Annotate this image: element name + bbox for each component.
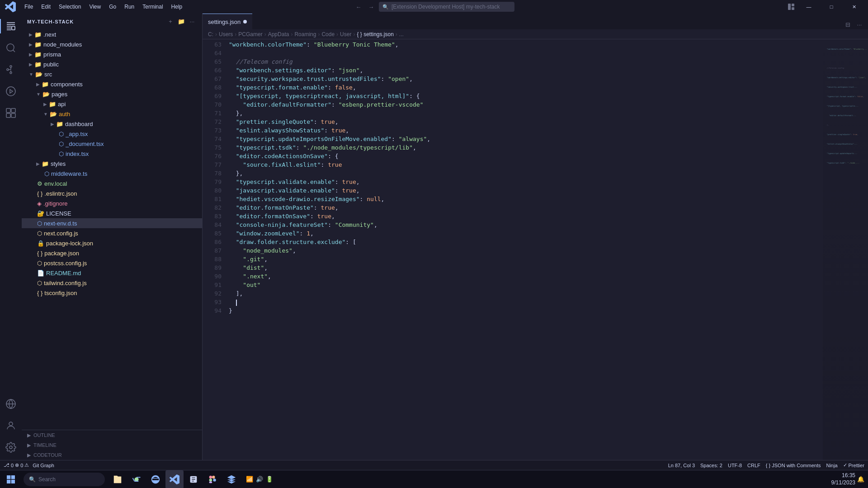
activity-account[interactable]	[0, 415, 22, 436]
breadcrumb-code[interactable]: Code	[321, 31, 335, 38]
new-file-button[interactable]: +	[166, 17, 175, 26]
taskbar-figma[interactable]	[203, 470, 222, 488]
more-tab-actions-button[interactable]: ···	[854, 19, 864, 29]
breadcrumb-pcgamer[interactable]: PCGamer	[238, 31, 262, 38]
command-search[interactable]: 🔍 [Extension Development Host] my-tech-s…	[379, 2, 514, 12]
tree-item-tsconfig[interactable]: { } tsconfig.json	[22, 288, 202, 298]
taskbar-extra[interactable]	[222, 470, 241, 488]
battery-icon[interactable]: 🔋	[266, 476, 273, 483]
breadcrumb-user[interactable]: User	[340, 31, 351, 38]
activity-debug[interactable]	[0, 80, 22, 102]
breadcrumb-users[interactable]: Users	[219, 31, 233, 38]
windows-start-button[interactable]	[0, 470, 22, 488]
menu-run[interactable]: Run	[121, 3, 138, 11]
svg-rect-2	[792, 7, 794, 10]
taskbar-vscode[interactable]	[165, 470, 184, 488]
folder-open-icon: 📂	[42, 91, 50, 98]
outline-label: OUTLINE	[33, 432, 55, 438]
tree-item-components[interactable]: ▶ 📁 components	[22, 79, 202, 89]
tree-item-package-lock[interactable]: 🔒 package-lock.json	[22, 238, 202, 248]
tree-item-postcss[interactable]: ⬡ postcss.config.js	[22, 258, 202, 268]
activity-search[interactable]	[0, 37, 22, 59]
tree-item-app-tsx[interactable]: ⬡ _app.tsx	[22, 129, 202, 139]
tree-item-gitignore[interactable]: ◈ .gitignore	[22, 198, 202, 208]
menu-edit[interactable]: Edit	[38, 3, 54, 11]
activity-source-control[interactable]	[0, 59, 22, 80]
cursor-position[interactable]: Ln 87, Col 3	[668, 463, 695, 468]
language-mode[interactable]: { } JSON with Comments	[766, 463, 821, 468]
minimize-button[interactable]: —	[798, 0, 819, 14]
more-actions-button[interactable]: ···	[188, 17, 197, 26]
tree-item-node-modules[interactable]: ▶ 📁 node_modules	[22, 39, 202, 49]
network-icon[interactable]: 📶	[246, 476, 253, 483]
taskbar-notion[interactable]	[184, 470, 203, 488]
activity-remote[interactable]	[0, 393, 22, 415]
tree-item-tailwind[interactable]: ⬡ tailwind.config.js	[22, 278, 202, 288]
line-ending[interactable]: CRLF	[747, 463, 760, 468]
menu-view[interactable]: View	[85, 3, 104, 11]
breadcrumb-ellipsis[interactable]: ...	[399, 31, 404, 38]
menu-help[interactable]: Help	[168, 3, 186, 11]
breadcrumb-roaming[interactable]: Roaming	[294, 31, 316, 38]
tree-item-prisma[interactable]: ▶ 📁 prisma	[22, 49, 202, 59]
maximize-button[interactable]: □	[821, 0, 842, 14]
code-content[interactable]: "workbench.colorTheme": "Blueberry Tonic…	[225, 39, 823, 460]
tree-item-readme[interactable]: 📄 README.md	[22, 268, 202, 278]
new-folder-button[interactable]: 📁	[177, 17, 186, 26]
taskbar-files[interactable]	[108, 470, 127, 488]
source-control-status[interactable]: ⎇ 0 ⊗ 0 ⚠	[4, 462, 29, 468]
menu-selection[interactable]: Selection	[55, 3, 85, 11]
tree-item-api[interactable]: ▶ 📁 api	[22, 99, 202, 109]
outline-section-header[interactable]: ▶ OUTLINE	[22, 430, 202, 440]
taskbar-search[interactable]: 🔍 Search	[24, 473, 105, 486]
tree-item-env-local[interactable]: ⚙ env.local	[22, 178, 202, 188]
tree-item-styles[interactable]: ▶ 📁 styles	[22, 159, 202, 169]
tree-item-next-config[interactable]: ⬡ next.config.js	[22, 228, 202, 238]
code-line-76: "editor.codeActionsOnSave": {	[225, 152, 823, 160]
taskbar-edge[interactable]	[146, 470, 165, 488]
tree-item-pages[interactable]: ▼ 📂 pages	[22, 89, 202, 99]
prettier-extension[interactable]: ✓ Prettier	[843, 462, 864, 468]
menu-terminal[interactable]: Terminal	[139, 3, 166, 11]
codetour-section-header[interactable]: ▶ CODETOUR	[22, 450, 202, 460]
forward-button[interactable]: →	[366, 2, 376, 12]
tab-settings-json[interactable]: settings.json	[203, 14, 252, 29]
sidebar-actions: + 📁 ···	[166, 17, 197, 26]
breadcrumb-settings[interactable]: { } settings.json	[357, 31, 393, 38]
taskbar-clock[interactable]: 16:35 9/11/2023	[831, 472, 855, 486]
code-line-68: "typescript.format.enable": false,	[225, 83, 823, 92]
folder-icon: 📁	[34, 61, 42, 68]
svg-rect-0	[788, 4, 791, 10]
taskbar-chrome[interactable]	[127, 470, 146, 488]
layout-button[interactable]	[786, 2, 797, 12]
tree-item-public[interactable]: ▶ 📁 public	[22, 59, 202, 69]
tree-item-license[interactable]: 🔐 LICENSE	[22, 208, 202, 218]
volume-icon[interactable]: 🔊	[256, 476, 263, 483]
activity-extensions[interactable]	[0, 102, 22, 124]
tree-item-document-tsx[interactable]: ⬡ _document.tsx	[22, 139, 202, 149]
git-graph-button[interactable]: Git Graph	[33, 463, 54, 468]
encoding[interactable]: UTF-8	[728, 463, 742, 468]
breadcrumb-c[interactable]: C:	[208, 31, 213, 38]
tree-item-auth[interactable]: ▼ 📂 auth	[22, 109, 202, 119]
activity-explorer[interactable]	[0, 15, 22, 37]
menu-go[interactable]: Go	[105, 3, 120, 11]
breadcrumb-appdata[interactable]: AppData	[268, 31, 289, 38]
tree-item-next-env[interactable]: ⬡ next-env.d.ts	[22, 218, 202, 228]
notification-icon[interactable]: 🔔	[857, 476, 864, 483]
tree-item-eslint[interactable]: { } .eslintrc.json	[22, 188, 202, 198]
ninja-extension[interactable]: Ninja	[826, 463, 837, 468]
timeline-section-header[interactable]: ▶ TIMELINE	[22, 440, 202, 450]
back-button[interactable]: ←	[354, 2, 363, 12]
tree-item-next[interactable]: ▶ 📁 .next	[22, 29, 202, 39]
tree-item-index-tsx[interactable]: ⬡ index.tsx	[22, 149, 202, 159]
tree-item-dashboard[interactable]: ▶ 📁 dashboard	[22, 119, 202, 129]
close-button[interactable]: ✕	[844, 0, 864, 14]
tree-item-middleware[interactable]: ⬡ middleware.ts	[22, 169, 202, 178]
tree-item-src[interactable]: ▼ 📂 src	[22, 69, 202, 79]
menu-file[interactable]: File	[21, 3, 37, 11]
activity-settings[interactable]	[0, 436, 22, 458]
tree-item-package-json[interactable]: { } package.json	[22, 248, 202, 258]
indentation[interactable]: Spaces: 2	[700, 463, 722, 468]
split-editor-button[interactable]: ⊟	[843, 19, 853, 29]
